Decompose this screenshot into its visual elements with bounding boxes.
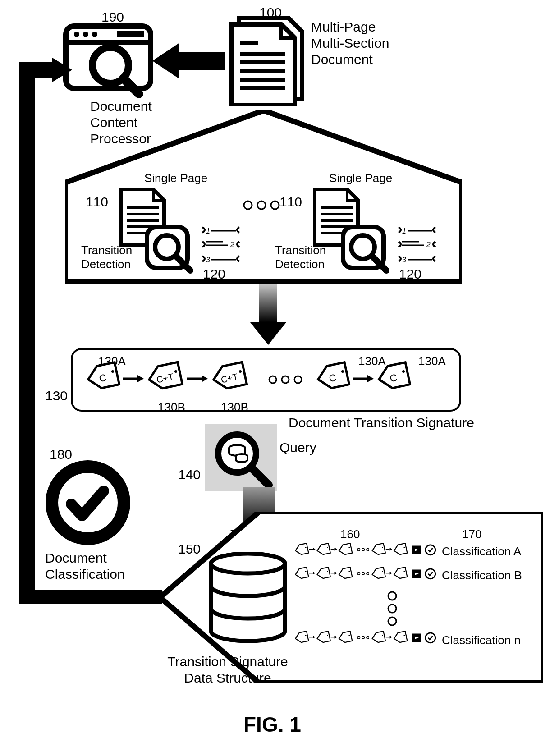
svg-marker-84 [334,548,337,551]
class-b-label: Classification B [442,568,522,582]
svg-point-85 [349,547,350,548]
doc-label: Multi-Page Multi-Section Document [311,19,389,68]
svg-point-92 [404,547,405,548]
td-label-right: Transition Detection [275,243,326,271]
ellipsis-pages [241,198,282,212]
svg-marker-67 [367,375,374,382]
ellipsis-classes [385,591,399,627]
ref-190: 190 [101,9,124,25]
svg-point-61 [269,376,276,383]
svg-point-109 [404,571,405,572]
svg-marker-121 [334,636,337,639]
return-arrow [9,36,176,604]
section-list-icon-right: 1 2 3 [397,225,437,266]
svg-point-123 [357,637,360,639]
svg-point-32 [271,201,279,209]
svg-rect-10 [240,52,285,56]
svg-point-59 [239,370,242,373]
svg-point-102 [349,571,350,572]
svg-marker-128 [390,636,393,639]
ref-160: 160 [340,527,360,541]
sig-box-label: Document Transition Signature [289,415,474,431]
svg-point-104 [362,573,365,575]
svg-point-106 [382,571,383,572]
svg-text:2: 2 [426,241,431,248]
section-list-icon-left: 1 2 3 [201,225,241,266]
svg-point-105 [367,573,369,575]
svg-rect-9 [240,41,258,45]
svg-marker-91 [390,548,393,551]
svg-point-79 [305,547,307,548]
svg-point-125 [367,637,369,639]
svg-rect-34 [321,213,353,215]
svg-point-86 [357,549,360,551]
ref-150: 150 [178,541,201,557]
ref-120-left: 120 [203,266,225,282]
svg-point-87 [362,549,365,551]
single-page-label-right: Single Page [329,171,392,185]
ref-170: 170 [462,527,481,541]
ref-130B-2: 130B [221,400,248,414]
svg-point-62 [282,376,289,383]
svg-rect-12 [240,69,285,73]
tag-chain-b [295,567,440,587]
class-a-label: Classification A [442,545,521,559]
svg-point-124 [362,637,365,639]
database-icon [207,552,289,647]
svg-marker-101 [334,572,337,575]
svg-point-30 [244,201,252,209]
svg-text:1: 1 [206,227,210,235]
class-n-label: Classification n [442,633,521,647]
svg-point-63 [294,376,302,383]
ref-140: 140 [178,467,201,483]
svg-point-116 [305,635,307,636]
document-stack-icon [225,14,307,106]
tag-chain-a [295,543,440,564]
arrow-to-sigbox [246,284,291,347]
svg-point-96 [305,571,307,572]
svg-rect-14 [240,86,285,90]
query-magnifier-icon [212,428,275,491]
svg-point-31 [257,201,266,209]
svg-text:1: 1 [402,227,406,235]
svg-point-126 [382,635,383,636]
svg-point-89 [382,547,383,548]
svg-marker-81 [313,548,316,551]
svg-line-74 [252,468,269,485]
svg-point-129 [404,635,405,636]
figure-label: FIG. 1 [243,712,301,737]
svg-point-82 [327,547,328,548]
svg-point-114 [388,605,396,613]
svg-rect-35 [321,219,353,222]
svg-marker-134 [52,58,72,82]
db-label: Transition Signature Data Structure [160,654,295,686]
tag-chain-n [295,631,440,651]
svg-point-68 [402,370,405,373]
svg-text:2: 2 [230,241,234,248]
svg-marker-58 [202,375,208,382]
svg-rect-13 [240,78,285,82]
svg-point-113 [388,592,396,600]
svg-marker-118 [313,636,316,639]
ref-120-right: 120 [399,266,422,282]
svg-point-99 [327,571,328,572]
svg-marker-108 [390,572,393,575]
svg-rect-33 [321,206,353,209]
svg-point-122 [349,635,350,636]
svg-text:3: 3 [206,256,210,264]
svg-point-115 [388,617,396,625]
ref-110-right: 110 [280,194,302,210]
td-magnifier-right [340,225,394,279]
svg-point-103 [357,573,360,575]
svg-marker-98 [313,572,316,575]
svg-rect-48 [259,284,277,322]
svg-marker-49 [250,322,286,345]
svg-point-78 [211,554,285,573]
query-label: Query [280,440,316,456]
svg-point-64 [341,370,344,373]
svg-point-88 [367,549,369,551]
svg-text:3: 3 [402,256,406,264]
svg-rect-11 [240,60,285,64]
svg-point-119 [327,635,328,636]
